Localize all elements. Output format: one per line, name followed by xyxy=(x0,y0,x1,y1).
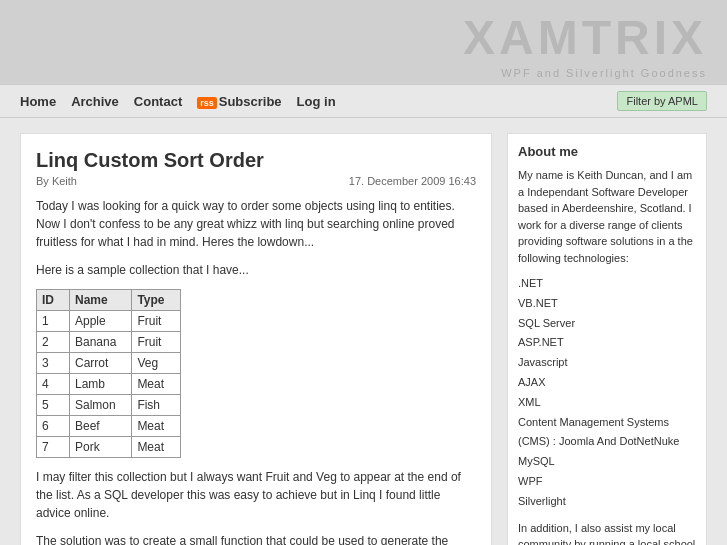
table-row: 2BananaFruit xyxy=(37,332,181,353)
navigation: Home Archive Contact rssSubscribe Log in… xyxy=(0,84,727,118)
site-title: XAMTRIX xyxy=(20,10,707,65)
table-cell: Carrot xyxy=(70,353,132,374)
table-row: 3CarrotVeg xyxy=(37,353,181,374)
table-cell: 6 xyxy=(37,416,70,437)
post-title: Linq Custom Sort Order xyxy=(36,149,476,172)
nav-links: Home Archive Contact rssSubscribe Log in xyxy=(20,94,336,109)
tech-item: Content Management Systems (CMS) : Jooml… xyxy=(518,413,696,453)
tech-item: WPF xyxy=(518,472,696,492)
table-cell: 4 xyxy=(37,374,70,395)
post-intro: Today I was looking for a quick way to o… xyxy=(36,197,476,251)
table-body: 1AppleFruit2BananaFruit3CarrotVeg4LambMe… xyxy=(37,311,181,458)
post-table-intro: Here is a sample collection that I have.… xyxy=(36,261,476,279)
table-cell: Meat xyxy=(132,416,180,437)
post-author: By Keith xyxy=(36,175,77,187)
tech-list: .NETVB.NETSQL ServerASP.NETJavascriptAJA… xyxy=(518,274,696,512)
about-section: About me My name is Keith Duncan, and I … xyxy=(507,133,707,545)
table-cell: 5 xyxy=(37,395,70,416)
col-name: Name xyxy=(70,290,132,311)
table-cell: Fish xyxy=(132,395,180,416)
table-cell: Beef xyxy=(70,416,132,437)
post-date: 17. December 2009 16:43 xyxy=(349,175,476,187)
site-header: XAMTRIX WPF and Silverlight Goodness xyxy=(0,0,727,84)
col-id: ID xyxy=(37,290,70,311)
nav-home[interactable]: Home xyxy=(20,94,56,109)
tech-item: Silverlight xyxy=(518,492,696,512)
post-body2: The solution was to create a small funct… xyxy=(36,532,476,545)
table-row: 7PorkMeat xyxy=(37,437,181,458)
tech-item: ASP.NET xyxy=(518,333,696,353)
table-cell: Apple xyxy=(70,311,132,332)
table-cell: 1 xyxy=(37,311,70,332)
table-cell: Fruit xyxy=(132,311,180,332)
table-cell: Lamb xyxy=(70,374,132,395)
nav-subscribe[interactable]: rssSubscribe xyxy=(197,94,281,109)
post-body1: I may filter this collection but I alway… xyxy=(36,468,476,522)
table-cell: Salmon xyxy=(70,395,132,416)
tech-item: VB.NET xyxy=(518,294,696,314)
table-cell: Banana xyxy=(70,332,132,353)
about-text2: In addition, I also assist my local comm… xyxy=(518,520,696,545)
data-table: ID Name Type 1AppleFruit2BananaFruit3Car… xyxy=(36,289,181,458)
table-cell: 7 xyxy=(37,437,70,458)
table-header-row: ID Name Type xyxy=(37,290,181,311)
post-meta: By Keith 17. December 2009 16:43 xyxy=(36,175,476,187)
rss-icon: rss xyxy=(197,97,217,109)
post-body: Today I was looking for a quick way to o… xyxy=(36,197,476,545)
col-type: Type xyxy=(132,290,180,311)
nav-login[interactable]: Log in xyxy=(297,94,336,109)
about-title: About me xyxy=(518,144,696,159)
table-row: 1AppleFruit xyxy=(37,311,181,332)
table-cell: Meat xyxy=(132,374,180,395)
tech-item: SQL Server xyxy=(518,314,696,334)
content-area: Linq Custom Sort Order By Keith 17. Dece… xyxy=(20,133,492,545)
table-cell: Veg xyxy=(132,353,180,374)
filter-apml-button[interactable]: Filter by APML xyxy=(617,91,707,111)
tech-item: AJAX xyxy=(518,373,696,393)
table-row: 6BeefMeat xyxy=(37,416,181,437)
tech-item: XML xyxy=(518,393,696,413)
nav-archive[interactable]: Archive xyxy=(71,94,119,109)
main-layout: Linq Custom Sort Order By Keith 17. Dece… xyxy=(0,118,727,545)
table-cell: 2 xyxy=(37,332,70,353)
site-tagline: WPF and Silverlight Goodness xyxy=(20,67,707,79)
table-cell: Fruit xyxy=(132,332,180,353)
table-cell: Pork xyxy=(70,437,132,458)
table-row: 4LambMeat xyxy=(37,374,181,395)
table-row: 5SalmonFish xyxy=(37,395,181,416)
table-cell: Meat xyxy=(132,437,180,458)
tech-item: Javascript xyxy=(518,353,696,373)
tech-item: .NET xyxy=(518,274,696,294)
tech-item: MySQL xyxy=(518,452,696,472)
sidebar: About me My name is Keith Duncan, and I … xyxy=(507,133,707,545)
about-text1: My name is Keith Duncan, and I am a Inde… xyxy=(518,167,696,266)
nav-contact[interactable]: Contact xyxy=(134,94,182,109)
table-cell: 3 xyxy=(37,353,70,374)
